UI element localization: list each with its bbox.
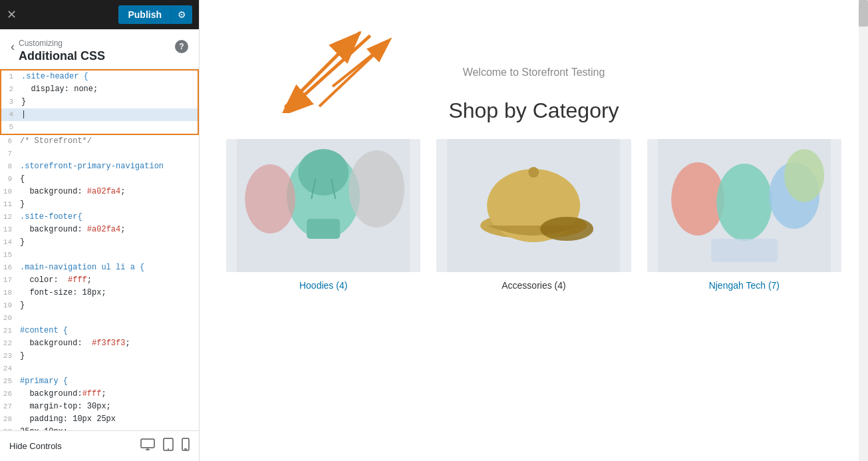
- line-content-25: #primary {: [17, 375, 199, 388]
- line-content-19: }: [17, 299, 199, 312]
- line-num-19: 19: [0, 299, 17, 312]
- line-num-29: 29: [0, 426, 17, 430]
- svg-point-16: [298, 149, 349, 196]
- category-image-hoodies: [226, 139, 420, 272]
- left-panel: ✕ Publish ⚙ ‹ Customizing Additional CSS…: [0, 0, 200, 461]
- code-line-14: 14 }: [0, 236, 199, 249]
- code-line-22: 22 background: #f3f3f3;: [0, 337, 199, 350]
- line-content-13: background: #a02fa4;: [17, 224, 199, 236]
- line-num-1: 1: [1, 71, 19, 83]
- category-card-accessories: Accessories (4): [436, 139, 631, 291]
- hoodies-link[interactable]: Hoodies (4): [299, 280, 347, 291]
- category-image-accessories: [436, 139, 631, 272]
- category-card-hoodies: Hoodies (4): [226, 139, 420, 291]
- line-num-17: 17: [0, 274, 17, 287]
- code-line-17: 17 color: #fff;: [0, 274, 199, 287]
- svg-rect-17: [307, 219, 340, 239]
- scrollbar-thumb[interactable]: [859, 0, 868, 27]
- line-content-26: background:#fff;: [17, 388, 199, 400]
- line-content-9: {: [17, 173, 199, 186]
- tablet-view-icon[interactable]: [163, 438, 174, 454]
- line-content-27: margin-top: 30px;: [17, 400, 199, 413]
- settings-button[interactable]: ⚙: [171, 5, 192, 24]
- line-content-22: background: #f3f3f3;: [17, 337, 199, 350]
- line-content-12: .site-footer{: [17, 211, 199, 224]
- line-num-14: 14: [0, 236, 17, 249]
- line-num-15: 15: [0, 249, 17, 261]
- line-content-18: font-size: 18px;: [17, 287, 199, 299]
- panel-title: Additional CSS: [19, 49, 175, 63]
- line-num-22: 22: [0, 337, 17, 350]
- line-num-3: 3: [1, 96, 19, 108]
- line-num-16: 16: [0, 261, 17, 274]
- customizing-label: Customizing: [19, 39, 175, 48]
- highlighted-block: 1 .site-header { 2 display: none; 3 } 4 …: [0, 69, 199, 135]
- code-line-2: 2 display: none;: [1, 83, 198, 96]
- line-num-8: 8: [0, 160, 17, 173]
- line-content-21: #content {: [17, 325, 199, 337]
- line-content-29: 25px 10px;: [17, 426, 199, 430]
- svg-rect-32: [711, 239, 778, 262]
- top-bar-right: Publish ⚙: [118, 5, 192, 24]
- accessories-link[interactable]: Accessories (4): [502, 280, 565, 291]
- code-line-1: 1 .site-header {: [1, 71, 198, 83]
- line-num-6: 6: [0, 135, 17, 148]
- line-content-10: background: #a02fa4;: [17, 186, 199, 198]
- help-icon[interactable]: ?: [175, 40, 188, 53]
- code-line-18: 18 font-size: 18px;: [0, 287, 199, 299]
- svg-point-31: [784, 149, 824, 202]
- header-text: Customizing Additional CSS: [19, 39, 175, 63]
- category-label-hoodies: Hoodies (4): [299, 280, 347, 291]
- code-line-6: 6 /* Storefront*/: [0, 135, 199, 148]
- line-num-4: 4: [1, 108, 19, 121]
- line-num-11: 11: [0, 198, 17, 211]
- line-num-18: 18: [0, 287, 17, 299]
- category-label-tech: Njengah Tech (7): [709, 280, 780, 291]
- svg-point-28: [671, 162, 724, 235]
- categories-grid: Hoodies (4): [226, 139, 841, 291]
- desktop-view-icon[interactable]: [140, 438, 155, 454]
- customizing-header: ‹ Customizing Additional CSS ?: [0, 29, 199, 69]
- line-content-4: |: [19, 108, 198, 121]
- svg-point-21: [245, 164, 295, 233]
- svg-point-26: [540, 217, 593, 241]
- code-line-5: 5: [1, 121, 198, 134]
- line-num-9: 9: [0, 173, 17, 186]
- line-content-3: }: [19, 96, 198, 108]
- line-content-14: }: [17, 236, 199, 249]
- line-content-23: }: [17, 350, 199, 363]
- gear-icon: ⚙: [178, 9, 186, 20]
- code-line-23: 23 }: [0, 350, 199, 363]
- code-line-20: 20: [0, 312, 199, 325]
- preview-content: Welcome to Storefront Testing Shop by Ca…: [200, 0, 868, 461]
- line-num-10: 10: [0, 186, 17, 198]
- line-content-16: .main-navigation ul li a {: [17, 261, 199, 274]
- line-num-12: 12: [0, 211, 17, 224]
- code-line-8: 8 .storefront-primary-navigation: [0, 160, 199, 173]
- code-line-12: 12 .site-footer{: [0, 211, 199, 224]
- code-line-15: 15: [0, 249, 199, 261]
- code-line-3: 3 }: [1, 96, 198, 108]
- tech-link[interactable]: Njengah Tech (7): [709, 280, 780, 291]
- bottom-bar: Hide Controls: [0, 430, 199, 461]
- line-num-20: 20: [0, 312, 17, 325]
- line-num-25: 25: [0, 375, 17, 388]
- line-num-21: 21: [0, 325, 17, 337]
- line-content-8: .storefront-primary-navigation: [17, 160, 199, 173]
- line-content-11: }: [17, 198, 199, 211]
- line-num-28: 28: [0, 413, 17, 426]
- code-line-11: 11 }: [0, 198, 199, 211]
- back-button[interactable]: ‹: [11, 40, 19, 54]
- right-scrollbar[interactable]: [859, 0, 868, 461]
- publish-button[interactable]: Publish: [118, 5, 171, 24]
- code-line-13: 13 background: #a02fa4;: [0, 224, 199, 236]
- code-line-9: 9 {: [0, 173, 199, 186]
- shop-by-category-title: Shop by Category: [448, 98, 619, 123]
- line-content-1: .site-header {: [19, 71, 198, 83]
- line-content-6: /* Storefront*/: [17, 135, 199, 148]
- code-editor[interactable]: 1 .site-header { 2 display: none; 3 } 4 …: [0, 69, 199, 430]
- close-icon[interactable]: ✕: [7, 9, 17, 21]
- code-line-21: 21 #content {: [0, 325, 199, 337]
- mobile-view-icon[interactable]: [182, 438, 190, 454]
- code-line-29: 29 25px 10px;: [0, 426, 199, 430]
